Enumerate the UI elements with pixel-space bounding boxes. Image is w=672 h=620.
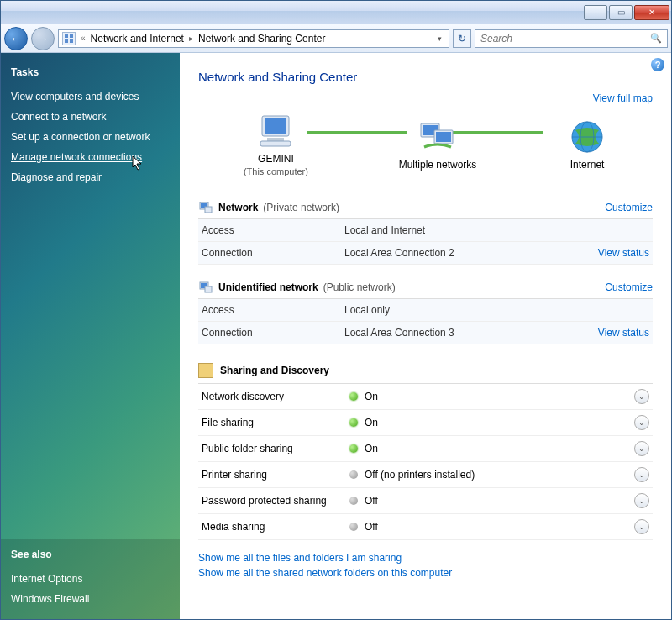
sharing-label: File sharing [202, 417, 349, 428]
expand-button[interactable]: ⌄ [634, 519, 649, 534]
chevron-down-icon: ⌄ [638, 418, 645, 427]
network-row: Access Local and Internet [198, 219, 653, 242]
address-bar[interactable]: « Network and Internet ▸ Network and Sha… [58, 29, 449, 48]
status-dot-icon [349, 497, 358, 505]
network-type: (Public network) [323, 281, 396, 293]
task-setup-connection[interactable]: Set up a connection or network [11, 127, 170, 147]
svg-rect-3 [70, 39, 73, 43]
sharing-label: Public folder sharing [202, 443, 349, 454]
row-label: Connection [202, 247, 344, 259]
seealso-section: See also Internet Options Windows Firewa… [1, 539, 180, 619]
sharing-value: Off (no printers installed) [365, 469, 634, 481]
sharing-row: File sharing On ⌄ [198, 410, 653, 436]
chevron-down-icon: ⌄ [638, 470, 645, 479]
sharing-value: Off [365, 521, 634, 533]
task-connect-network[interactable]: Connect to a network [11, 107, 170, 127]
help-button[interactable]: ? [651, 58, 664, 71]
address-dropdown-icon[interactable]: ▾ [434, 34, 445, 43]
task-manage-connections[interactable]: Manage network connections [11, 147, 170, 167]
svg-rect-21 [205, 286, 212, 292]
node-this-computer: GEMINI (This computer) [244, 111, 308, 176]
svg-rect-7 [260, 141, 291, 146]
task-view-computers[interactable]: View computers and devices [11, 87, 170, 107]
seealso-heading: See also [11, 549, 170, 560]
status-dot-icon [349, 523, 358, 531]
network-row: Connection Local Area Connection 2 View … [198, 242, 653, 265]
network-header: Unidentified network (Public network) Cu… [198, 276, 653, 299]
view-full-map-row: View full map [198, 92, 653, 104]
body: Tasks View computers and devices Connect… [1, 53, 671, 619]
connection-line [307, 131, 407, 134]
computer-icon [255, 111, 296, 151]
show-folders-link[interactable]: Show me all the shared network folders o… [198, 567, 653, 579]
network-block: Network (Private network) Customize Acce… [198, 197, 653, 265]
breadcrumb-chevron-icon: « [79, 34, 87, 43]
svg-rect-18 [205, 207, 212, 213]
svg-rect-1 [70, 34, 73, 38]
sharing-row: Public folder sharing On ⌄ [198, 436, 653, 462]
expand-button[interactable]: ⌄ [634, 415, 649, 430]
customize-link[interactable]: Customize [605, 202, 653, 213]
maximize-button[interactable]: ▭ [609, 5, 633, 20]
row-value: Local and Internet [344, 224, 649, 236]
search-input[interactable] [480, 33, 647, 45]
seealso-windows-firewall[interactable]: Windows Firewall [11, 589, 170, 609]
network-row: Connection Local Area Connection 3 View … [198, 322, 653, 344]
view-status-link[interactable]: View status [598, 247, 649, 259]
network-header: Network (Private network) Customize [198, 197, 653, 219]
tasks-heading: Tasks [11, 66, 170, 78]
sharing-row: Network discovery On ⌄ [198, 384, 653, 410]
multiple-networks-icon [417, 117, 458, 157]
node-multiple-networks: Multiple networks [399, 117, 477, 171]
row-value: Local only [344, 304, 649, 316]
tasks-section: Tasks View computers and devices Connect… [1, 53, 180, 194]
arrow-left-icon: ← [10, 32, 22, 45]
sharing-icon [198, 363, 213, 378]
network-name: Unidentified network [218, 281, 318, 293]
status-dot-icon [349, 444, 358, 453]
sharing-label: Media sharing [202, 521, 349, 533]
task-diagnose-repair[interactable]: Diagnose and repair [11, 167, 170, 187]
node-label: Internet [570, 159, 605, 171]
expand-button[interactable]: ⌄ [634, 441, 649, 456]
expand-button[interactable]: ⌄ [634, 389, 649, 404]
chevron-down-icon: ⌄ [638, 392, 645, 401]
seealso-internet-options[interactable]: Internet Options [11, 569, 170, 589]
refresh-button[interactable]: ↻ [453, 29, 471, 48]
search-box[interactable]: 🔍 [475, 29, 668, 48]
row-value: Local Area Connection 2 [344, 247, 598, 259]
svg-rect-6 [267, 138, 284, 141]
bottom-links: Show me all the files and folders I am s… [198, 552, 653, 579]
globe-icon [567, 117, 607, 157]
view-full-map-link[interactable]: View full map [593, 92, 653, 104]
breadcrumb-item[interactable]: Network and Internet [91, 33, 184, 45]
forward-button[interactable]: → [31, 27, 55, 50]
window: — ▭ ✕ ← → « Network and Internet ▸ Netwo… [0, 0, 672, 620]
network-icon [198, 280, 213, 295]
expand-button[interactable]: ⌄ [634, 493, 649, 508]
show-files-link[interactable]: Show me all the files and folders I am s… [198, 552, 653, 564]
row-label: Connection [202, 327, 344, 339]
network-row: Access Local only [198, 299, 653, 322]
customize-link[interactable]: Customize [605, 281, 653, 293]
close-button[interactable]: ✕ [634, 5, 669, 20]
row-label: Access [202, 224, 344, 236]
toolbar: ← → « Network and Internet ▸ Network and… [1, 24, 671, 53]
status-dot-icon [349, 470, 358, 479]
networks-container: Network (Private network) Customize Acce… [198, 197, 653, 344]
expand-button[interactable]: ⌄ [634, 467, 649, 482]
status-dot-icon [349, 392, 358, 401]
back-button[interactable]: ← [4, 27, 28, 50]
minimize-button[interactable]: — [584, 5, 607, 20]
sharing-value: On [365, 417, 634, 428]
breadcrumb-item[interactable]: Network and Sharing Center [198, 33, 325, 45]
main-content: ? Network and Sharing Center View full m… [180, 53, 671, 619]
sharing-label: Password protected sharing [202, 495, 349, 507]
breadcrumb-chevron-icon: ▸ [187, 34, 195, 43]
sharing-label: Printer sharing [202, 469, 349, 481]
svg-rect-11 [436, 132, 451, 142]
node-sublabel: (This computer) [244, 166, 308, 176]
node-label: GEMINI [258, 153, 294, 165]
view-status-link[interactable]: View status [598, 327, 649, 339]
svg-rect-2 [65, 39, 68, 43]
